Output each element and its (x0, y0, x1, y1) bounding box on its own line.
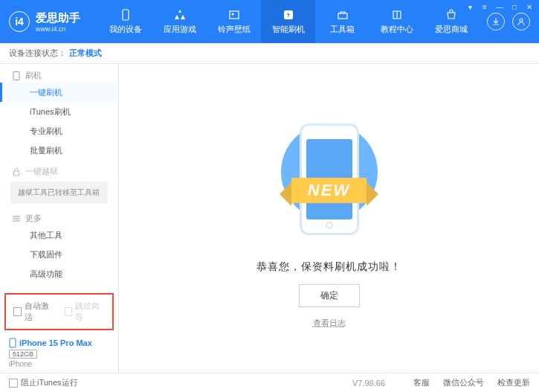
sidebar-item-itunes[interactable]: iTunes刷机 (0, 102, 118, 121)
nav-tools[interactable]: 工具箱 (315, 0, 369, 43)
sidebar-section-jailbreak[interactable]: 一键越狱 (0, 160, 118, 179)
app-title: 爱思助手 (36, 11, 80, 25)
logo-icon: i4 (9, 11, 30, 32)
svg-rect-1 (230, 11, 239, 19)
svg-rect-7 (14, 171, 19, 176)
settings-icon[interactable]: ≡ (480, 1, 490, 12)
nav-my-device[interactable]: 我的设备 (98, 0, 152, 43)
image-icon (227, 8, 241, 22)
toolbox-icon (336, 8, 349, 22)
footer: 阻止iTunes运行 V7.98.66 客服 微信公众号 检查更新 (0, 373, 539, 392)
book-icon (390, 8, 404, 22)
footer-support[interactable]: 客服 (413, 377, 430, 388)
footer-update[interactable]: 检查更新 (497, 377, 530, 388)
user-button[interactable] (512, 13, 530, 30)
ok-button[interactable]: 确定 (299, 284, 360, 307)
device-storage: 512GB (9, 350, 37, 359)
status-mode: 正常模式 (69, 48, 102, 59)
flash-icon (282, 8, 295, 22)
svg-rect-6 (13, 71, 19, 80)
maximize-icon[interactable]: □ (509, 1, 520, 12)
sidebar-item-advanced[interactable]: 高级功能 (0, 264, 118, 283)
new-ribbon: NEW (291, 178, 367, 203)
view-log-link[interactable]: 查看日志 (313, 318, 346, 329)
activation-options: 自动激活 跳过向导 (4, 293, 114, 330)
store-icon (445, 8, 458, 22)
main-nav: 我的设备 应用游戏 铃声壁纸 智能刷机 工具箱 教程中心 爱思商城 (98, 0, 478, 43)
auto-activate-checkbox[interactable]: 自动激活 (13, 301, 54, 323)
window-controls: ▾ ≡ — □ ✕ (465, 1, 535, 12)
status-bar: 设备连接状态： 正常模式 (0, 43, 539, 64)
sidebar-item-oneclick[interactable]: 一键刷机 (0, 83, 118, 102)
main-content: NEW 恭喜您，保资料刷机成功啦！ 确定 查看日志 (119, 64, 539, 373)
success-message: 恭喜您，保资料刷机成功啦！ (256, 260, 401, 274)
logo: i4 爱思助手 www.i4.cn (9, 11, 98, 33)
nav-media[interactable]: 铃声壁纸 (207, 0, 261, 43)
status-label: 设备连接状态： (9, 48, 66, 59)
skip-guide-checkbox[interactable]: 跳过向导 (65, 301, 106, 323)
svg-rect-0 (123, 10, 129, 20)
sidebar-item-other[interactable]: 其他工具 (0, 225, 118, 245)
version-label: V7.98.66 (352, 379, 385, 388)
phone-small-icon (12, 71, 21, 80)
more-icon (12, 214, 21, 223)
sidebar-section-flash[interactable]: 刷机 (0, 64, 118, 83)
device-type: iPhone (9, 360, 109, 368)
nav-apps[interactable]: 应用游戏 (152, 0, 207, 43)
title-bar: ▾ ≡ — □ ✕ i4 爱思助手 www.i4.cn 我的设备 应用游戏 铃声… (0, 0, 539, 43)
sidebar-section-more[interactable]: 更多 (0, 207, 118, 225)
svg-point-2 (231, 13, 233, 16)
nav-flash[interactable]: 智能刷机 (261, 0, 315, 43)
svg-point-5 (520, 19, 523, 22)
phone-icon (119, 8, 132, 22)
block-itunes-checkbox[interactable]: 阻止iTunes运行 (9, 377, 78, 388)
app-icon (173, 8, 187, 22)
lock-icon (12, 167, 21, 176)
jailbreak-note: 越狱工具已转移至工具箱 (10, 181, 108, 204)
footer-wechat[interactable]: 微信公众号 (443, 377, 484, 388)
device-icon (9, 338, 16, 348)
device-name[interactable]: iPhone 15 Pro Max (9, 338, 109, 348)
sidebar: 刷机 一键刷机 iTunes刷机 专业刷机 批量刷机 一键越狱 越狱工具已转移至… (0, 64, 119, 373)
minimize-icon[interactable]: — (494, 1, 505, 12)
device-info: iPhone 15 Pro Max 512GB iPhone (0, 333, 118, 373)
close-icon[interactable]: ✕ (524, 1, 535, 12)
sidebar-item-download[interactable]: 下载固件 (0, 245, 118, 264)
sidebar-item-pro[interactable]: 专业刷机 (0, 121, 118, 141)
success-illustration: NEW (270, 109, 389, 250)
menu-icon[interactable]: ▾ (465, 1, 475, 12)
app-url: www.i4.cn (36, 25, 80, 33)
svg-rect-4 (338, 13, 347, 19)
sidebar-item-batch[interactable]: 批量刷机 (0, 141, 118, 160)
svg-rect-8 (10, 338, 16, 347)
nav-tutorial[interactable]: 教程中心 (369, 0, 424, 43)
download-button[interactable] (487, 13, 505, 30)
header-actions (478, 13, 530, 30)
